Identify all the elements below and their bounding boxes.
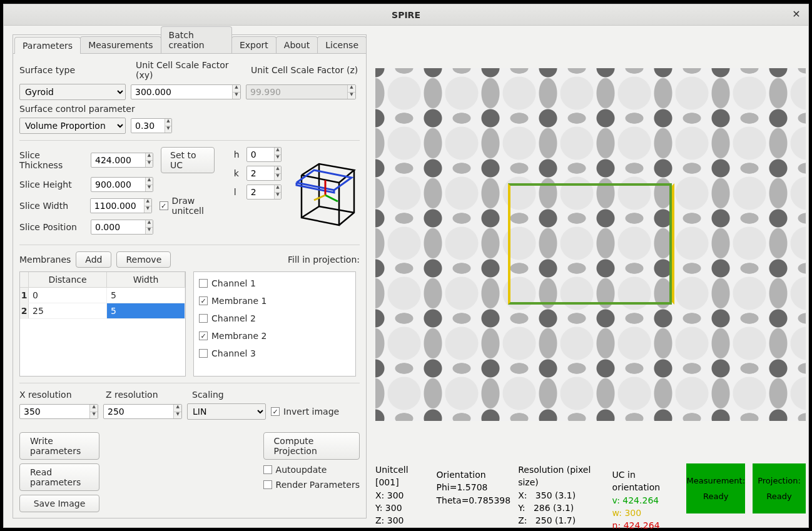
surface-type-label: Surface type	[19, 65, 131, 75]
l-label: l	[234, 187, 241, 197]
save-image-button[interactable]: Save Image	[19, 495, 99, 512]
write-parameters-button[interactable]: Write parameters	[19, 432, 99, 460]
scp-value-input[interactable]: ▲▼	[131, 118, 172, 133]
projection-status-badge: Projection:Ready	[753, 463, 806, 513]
status-resolution: Resolution (pixel size) X: 350 (3.1) Y: …	[518, 463, 604, 527]
tab-measurements[interactable]: Measurements	[80, 36, 161, 53]
autoupdate-checkbox[interactable]: Autoupdate	[263, 465, 327, 475]
zres-input[interactable]: ▲▼	[103, 404, 182, 419]
surface-type-select[interactable]: Gyroid	[19, 84, 126, 100]
scaling-label: Scaling	[192, 390, 224, 400]
remove-membrane-button[interactable]: Remove	[116, 251, 171, 268]
fill-projection-list: Channel 1 ✓Membrane 1 Channel 2 ✓Membran…	[193, 271, 356, 377]
xres-input[interactable]: ▲▼	[19, 404, 98, 419]
read-parameters-button[interactable]: Read parameters	[19, 463, 99, 491]
table-row: 1 0 5	[20, 288, 185, 303]
fill-membrane-1[interactable]: ✓Membrane 1	[199, 296, 350, 306]
left-panel: Parameters Measurements Batch creation E…	[13, 34, 367, 518]
set-to-uc-button[interactable]: Set to UC	[161, 147, 215, 173]
compute-projection-button[interactable]: Compute Projection	[263, 432, 360, 460]
col-width: Width	[107, 272, 185, 287]
k-input[interactable]: ▲▼	[246, 166, 282, 181]
slice-width-label: Slice Width	[19, 201, 85, 211]
membranes-label: Membranes	[19, 255, 71, 265]
xres-label: X resolution	[19, 390, 101, 400]
slice-position-input[interactable]: ▲▼	[91, 220, 153, 235]
slice-position-label: Slice Position	[19, 222, 86, 232]
render-parameters-checkbox[interactable]: Render Parameters	[263, 480, 360, 490]
tab-license[interactable]: License	[317, 36, 367, 53]
projection-preview	[375, 68, 806, 421]
close-button[interactable]: ✕	[789, 7, 803, 21]
spin-down-icon[interactable]: ▼	[233, 93, 240, 99]
col-distance: Distance	[29, 272, 107, 287]
fill-channel-3[interactable]: Channel 3	[199, 348, 350, 358]
tab-batch[interactable]: Batch creation	[161, 26, 232, 53]
scp-mode-select[interactable]: Volume Proportion	[19, 118, 126, 134]
tab-about[interactable]: About	[276, 36, 318, 53]
slice-thickness-label: Slice Thickness	[19, 150, 86, 170]
slice-height-input[interactable]: ▲▼	[91, 177, 153, 192]
slice-width-input[interactable]: ▲▼	[90, 198, 152, 213]
ucsf-xy-input[interactable]: ▲▼	[131, 84, 241, 99]
close-icon: ✕	[792, 8, 800, 20]
k-label: k	[234, 168, 241, 178]
spin-up-icon[interactable]: ▲	[233, 85, 240, 93]
slice-thickness-input[interactable]: ▲▼	[91, 153, 153, 168]
titlebar: SPIRE ✕	[4, 4, 808, 26]
zres-label: Z resolution	[106, 390, 187, 400]
tab-bar: Parameters Measurements Batch creation E…	[13, 35, 366, 54]
l-input[interactable]: ▲▼	[246, 185, 282, 200]
fill-channel-1[interactable]: Channel 1	[199, 278, 350, 288]
slice-height-label: Slice Height	[19, 180, 86, 190]
fill-projection-label: Fill in projection:	[288, 255, 360, 265]
membranes-table[interactable]: DistanceWidth 1 0 5 2 25 5	[19, 271, 186, 377]
h-label: h	[234, 149, 241, 159]
ucsf-xy-label: Unit Cell Scale Factor (xy)	[136, 60, 246, 80]
unitcell-outline-yellow	[508, 183, 674, 305]
fill-membrane-2[interactable]: ✓Membrane 2	[199, 331, 350, 341]
tab-parameters[interactable]: Parameters	[14, 37, 81, 54]
app-window: SPIRE ✕ Parameters Measurements Batch cr…	[3, 4, 809, 528]
draw-unitcell-checkbox[interactable]: ✓Draw unitcell	[160, 196, 229, 216]
window-title: SPIRE	[392, 10, 420, 20]
unitcell-cube-icon	[291, 147, 360, 238]
fill-channel-2[interactable]: Channel 2	[199, 313, 350, 323]
status-orientation: Orientation Phi=1.5708 Theta=0.785398	[437, 468, 511, 507]
invert-image-checkbox[interactable]: ✓Invert image	[271, 407, 339, 417]
tab-export[interactable]: Export	[231, 36, 277, 53]
table-row: 2 25 5	[20, 303, 185, 319]
ucsf-z-input: ▲▼	[246, 84, 356, 99]
h-input[interactable]: ▲▼	[246, 147, 282, 162]
status-area: Unitcell [001] X: 300 Y: 300 Z: 300 Orie…	[375, 463, 806, 518]
status-unitcell: Unitcell [001] X: 300 Y: 300 Z: 300	[375, 463, 429, 527]
svg-line-1	[325, 195, 338, 201]
status-uc-orientation: UC in orientation v: 424.264 w: 300 n: 4…	[612, 468, 679, 531]
add-membrane-button[interactable]: Add	[76, 251, 111, 268]
scp-label: Surface control parameter	[19, 104, 135, 114]
measurement-status-badge: Measurement:Ready	[686, 463, 745, 513]
scaling-select[interactable]: LIN	[187, 403, 266, 420]
ucsf-z-label: Unit Cell Scale Factor (z)	[251, 65, 358, 75]
